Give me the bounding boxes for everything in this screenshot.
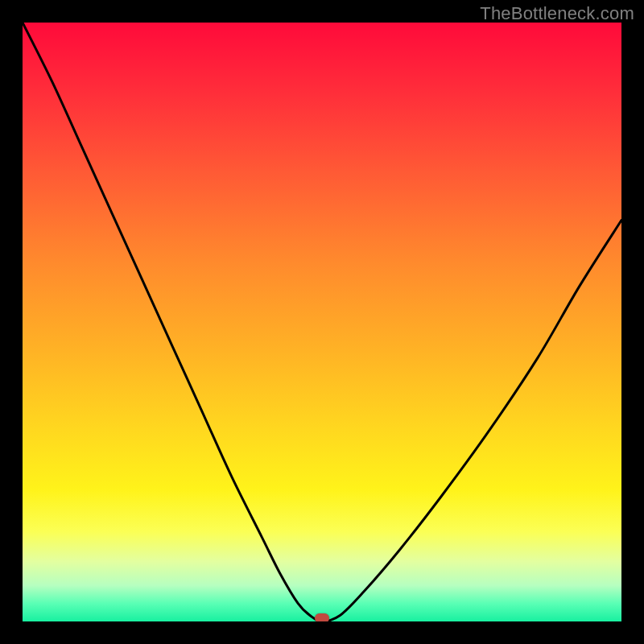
bottleneck-marker bbox=[315, 613, 329, 621]
plot-area bbox=[23, 23, 621, 621]
chart-frame: TheBottleneck.com bbox=[0, 0, 644, 644]
bottleneck-curve bbox=[23, 23, 621, 621]
watermark-text: TheBottleneck.com bbox=[480, 3, 634, 24]
curve-path bbox=[23, 23, 621, 621]
